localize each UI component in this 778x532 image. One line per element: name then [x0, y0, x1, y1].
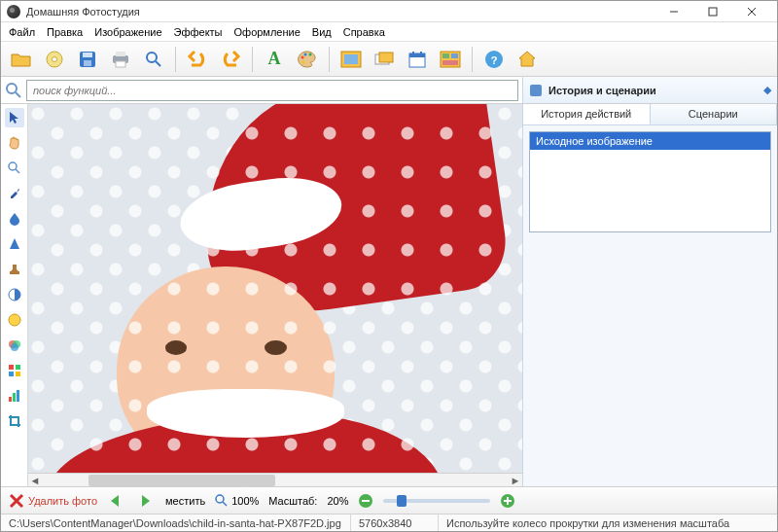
menu-image[interactable]: Изображение: [94, 26, 161, 38]
scale-label: Масштаб:: [268, 495, 317, 507]
menu-help[interactable]: Справка: [343, 26, 385, 38]
svg-rect-43: [9, 365, 14, 370]
channels-icon[interactable]: [5, 336, 24, 355]
zoom-knob[interactable]: [397, 495, 407, 507]
menu-bar: Файл Правка Изображение Эффекты Оформлен…: [1, 22, 777, 42]
toolbar-sep: [472, 47, 473, 72]
pointer-icon[interactable]: [5, 108, 24, 127]
scroll-thumb[interactable]: [88, 475, 275, 486]
window-title: Домашняя Фотостудия: [26, 6, 654, 18]
hand-icon[interactable]: [5, 133, 24, 153]
delete-icon: [9, 493, 24, 509]
svg-rect-47: [9, 397, 12, 402]
palette-icon[interactable]: [293, 46, 322, 73]
delete-photo-button[interactable]: Удалить фото: [9, 493, 97, 509]
svg-rect-27: [442, 53, 449, 58]
layers-icon[interactable]: [370, 46, 399, 73]
svg-point-14: [301, 55, 304, 58]
contrast-icon[interactable]: [5, 285, 24, 304]
help-icon[interactable]: ?: [479, 46, 509, 73]
panel-tabs: История действий Сценарии: [523, 104, 777, 125]
calendar-icon[interactable]: [403, 46, 432, 73]
horizontal-scrollbar[interactable]: ◄ ►: [28, 473, 522, 486]
maximize-button[interactable]: [693, 1, 732, 22]
cd-disc-icon[interactable]: [40, 46, 69, 73]
svg-point-16: [309, 53, 312, 55]
svg-rect-23: [409, 53, 425, 57]
history-panel-header: История и сценарии ◆: [522, 77, 777, 103]
svg-point-39: [9, 314, 20, 326]
open-folder-icon[interactable]: [7, 46, 36, 73]
zoom-out-icon[interactable]: [358, 493, 373, 509]
menu-design[interactable]: Оформление: [234, 26, 301, 38]
scale-value: 20%: [327, 495, 348, 507]
svg-rect-34: [530, 85, 542, 96]
svg-point-52: [216, 495, 224, 503]
svg-rect-11: [116, 61, 125, 67]
hue-icon[interactable]: [5, 310, 24, 330]
drop-icon[interactable]: [5, 209, 24, 229]
magnifier-icon: [215, 494, 229, 508]
undo-icon[interactable]: [183, 46, 212, 73]
levels-icon[interactable]: [5, 386, 24, 406]
crop-icon[interactable]: [5, 411, 24, 431]
collage-icon[interactable]: [436, 46, 465, 73]
menu-file[interactable]: Файл: [9, 26, 35, 38]
svg-point-5: [53, 56, 57, 61]
svg-rect-10: [116, 52, 125, 56]
zoom-icon[interactable]: [139, 46, 168, 73]
scroll-right-icon[interactable]: ►: [509, 475, 522, 486]
image-canvas[interactable]: [28, 104, 522, 473]
tab-scenarios[interactable]: Сценарии: [651, 104, 778, 124]
status-dimensions: 5760x3840: [351, 514, 439, 531]
stamp-icon[interactable]: [5, 260, 24, 279]
svg-text:?: ?: [491, 54, 498, 66]
redo-icon[interactable]: [216, 46, 245, 73]
text-tool-icon[interactable]: A: [260, 46, 289, 73]
status-filepath: C:\Users\ContentManager\Downloads\child-…: [1, 514, 351, 531]
history-list[interactable]: Исходное изображение: [529, 131, 771, 232]
save-icon[interactable]: [73, 46, 102, 73]
status-bar: C:\Users\ContentManager\Downloads\child-…: [1, 514, 777, 531]
zoom-in-icon[interactable]: [500, 493, 515, 509]
toolbar-sep: [175, 47, 176, 72]
eyedropper-icon[interactable]: [5, 184, 24, 203]
photo-preview: [28, 104, 522, 473]
menu-edit[interactable]: Правка: [47, 26, 83, 38]
tab-history[interactable]: История действий: [523, 104, 651, 124]
print-icon[interactable]: [106, 46, 135, 73]
cone-icon[interactable]: [5, 234, 24, 254]
next-image-icon[interactable]: [136, 493, 156, 509]
history-item[interactable]: Исходное изображение: [530, 132, 770, 150]
svg-rect-8: [84, 60, 91, 66]
frame-icon[interactable]: [336, 46, 366, 73]
prev-image-icon[interactable]: [107, 493, 126, 509]
pin-icon[interactable]: ◆: [763, 84, 771, 96]
delete-label: Удалить фото: [28, 495, 97, 507]
color-balance-icon[interactable]: [5, 361, 24, 380]
svg-rect-44: [16, 365, 20, 370]
history-panel: История действий Сценарии Исходное изобр…: [522, 104, 777, 486]
zoom-100-button[interactable]: 100%: [215, 494, 259, 508]
left-toolstrip: [1, 104, 28, 486]
home-icon[interactable]: [513, 46, 542, 73]
close-button[interactable]: [732, 1, 771, 22]
panel-title: История и сценарии: [548, 85, 758, 96]
search-input[interactable]: [26, 80, 518, 101]
zoom-tool-icon[interactable]: [5, 159, 24, 178]
scroll-left-icon[interactable]: ◄: [28, 475, 42, 486]
window-titlebar: Домашняя Фотостудия: [1, 1, 777, 22]
bottom-bar: Удалить фото местить 100% Масштаб: 20%: [1, 486, 777, 514]
status-hint: Используйте колесо прокрутки для изменен…: [439, 517, 777, 529]
canvas-area: ◄ ►: [28, 104, 522, 486]
minimize-button[interactable]: [654, 1, 693, 22]
svg-rect-29: [442, 60, 458, 65]
app-icon: [7, 5, 20, 18]
zoom-slider[interactable]: [383, 499, 490, 503]
svg-point-42: [11, 343, 18, 351]
menu-effects[interactable]: Эффекты: [174, 26, 223, 38]
fit-label[interactable]: местить: [165, 495, 205, 507]
search-icon[interactable]: [5, 82, 22, 99]
svg-point-15: [304, 53, 307, 55]
menu-view[interactable]: Вид: [312, 26, 332, 38]
